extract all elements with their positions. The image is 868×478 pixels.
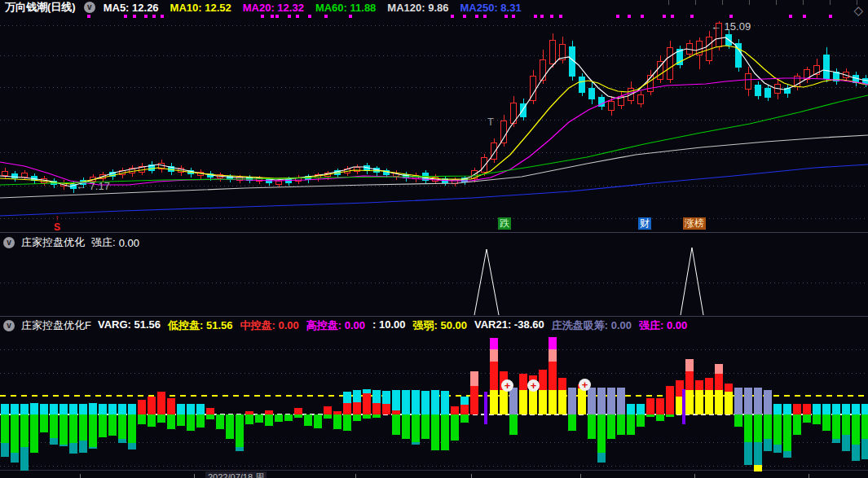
hist-bar-up — [773, 404, 782, 414]
candle — [197, 172, 204, 176]
hist-bar-up — [754, 388, 762, 414]
candle — [559, 44, 566, 60]
hist-bar-down — [138, 414, 146, 424]
hist-bar-up — [59, 404, 68, 414]
signal-dot — [271, 15, 274, 18]
ma-legend-item: MA20: 12.32 — [243, 2, 304, 14]
hist-bar-down — [832, 414, 840, 439]
diamond-icon[interactable]: ◇ — [853, 3, 863, 18]
hist-bar-up — [764, 390, 772, 414]
indicator2-values: VARG: 51.56低控盘: 51.56中控盘: 0.00高控盘: 0.00:… — [98, 318, 687, 333]
hist-bar-down — [793, 414, 801, 435]
date-axis-tick — [355, 474, 356, 478]
hist-bar-down — [637, 414, 645, 427]
candle — [364, 165, 370, 171]
hist-bar-up — [470, 386, 478, 414]
hist-bar-down — [30, 414, 38, 453]
hist-bar-down — [861, 414, 868, 439]
hist-bar-up — [744, 388, 752, 414]
hist-bar-down — [118, 439, 126, 443]
candle — [256, 178, 262, 182]
candle — [735, 43, 742, 68]
hist-bar-down — [11, 414, 19, 453]
hist-bar-up — [607, 388, 615, 414]
candle — [471, 170, 478, 179]
hist-bar-up — [372, 403, 381, 414]
hist-bar-up — [40, 404, 48, 414]
main-chart-panel[interactable]: 万向钱潮(日线) v MA5: 12.26MA10: 12.52MA20: 12… — [0, 0, 868, 232]
hist-bar-down — [226, 414, 234, 439]
signal-dot — [324, 15, 328, 18]
candle — [667, 47, 673, 80]
hist-bar-up — [588, 388, 596, 414]
hist-bar-down — [69, 443, 77, 454]
hist-bar-down — [754, 414, 762, 442]
hist-bar-up — [627, 404, 635, 414]
event-badge[interactable]: 财 — [638, 217, 651, 230]
signal-dot — [451, 15, 454, 18]
candle — [637, 94, 644, 104]
hist-bar-up — [666, 386, 674, 414]
hist-bar-down — [412, 414, 420, 442]
indicator-panel-1[interactable]: v 庄家控盘优化 强庄: 0.00 — [0, 233, 868, 316]
candle — [373, 168, 380, 173]
candle — [530, 76, 536, 101]
hist-bar-down — [187, 414, 195, 431]
hist-bar-up — [79, 404, 87, 414]
hist-bar-up — [725, 384, 733, 392]
hist-bar-down — [822, 414, 831, 431]
hist-bar-up — [11, 404, 19, 414]
indicator-panel-2[interactable]: v 庄家控盘优化F VARG: 51.56低控盘: 51.56中控盘: 0.00… — [0, 317, 868, 471]
hist-bar-up — [813, 404, 821, 414]
chevron-down-icon[interactable]: v — [3, 237, 15, 248]
candle — [227, 176, 233, 180]
hist-bar-up — [372, 390, 381, 403]
hist-bar-down — [744, 414, 752, 442]
date-axis-tick — [471, 474, 472, 478]
candle — [657, 61, 663, 80]
candle — [784, 88, 791, 94]
event-badge[interactable]: 涨榜 — [683, 217, 706, 230]
hist-bar-up — [402, 390, 410, 414]
candle — [393, 173, 399, 177]
hist-bar-up — [382, 404, 390, 414]
hist-bar-up — [822, 404, 831, 414]
trading-app-window: 万向钱潮(日线) v MA5: 12.26MA10: 12.52MA20: 12… — [0, 0, 868, 478]
chevron-down-icon[interactable]: v — [3, 320, 15, 331]
candle — [696, 41, 703, 55]
date-axis-tick — [580, 474, 581, 478]
hist-bar-down — [50, 414, 58, 438]
candle — [862, 78, 868, 84]
hist-bar-down — [343, 414, 351, 431]
date-axis-tick — [194, 474, 195, 478]
chevron-down-icon[interactable]: v — [84, 2, 95, 13]
hist-bar-up — [490, 390, 498, 414]
hist-bar-down — [275, 414, 283, 422]
signal-dot — [144, 15, 148, 18]
signal-dot — [559, 15, 562, 18]
date-axis[interactable]: 2022/07/18 周 — [0, 470, 868, 478]
candle — [461, 178, 468, 182]
hist-bar-up — [715, 374, 723, 390]
hist-bar-up — [353, 402, 361, 414]
hist-bar-down — [773, 445, 782, 453]
event-badge[interactable]: 跌 — [498, 217, 511, 230]
hist-bar-up — [363, 393, 371, 414]
hist-bar-up — [206, 408, 214, 414]
hist-bar-up — [685, 371, 694, 390]
hist-bar-up — [705, 378, 713, 390]
ma-lines-overlay — [0, 0, 868, 232]
hist-bar-down — [764, 439, 772, 451]
hist-bar-up — [695, 390, 703, 414]
signal-dot — [288, 15, 291, 18]
candle — [804, 69, 810, 80]
indicator2-value-item: 高控盘: 0.00 — [306, 318, 365, 333]
signal-dot — [628, 15, 631, 18]
hist-bar-down — [441, 414, 449, 450]
signal-dot — [261, 15, 264, 18]
candle — [354, 167, 360, 172]
hist-bar-down — [861, 439, 868, 459]
hist-bar-down — [421, 414, 430, 439]
hist-bar-up — [490, 349, 498, 362]
hist-bar-down — [255, 414, 263, 423]
